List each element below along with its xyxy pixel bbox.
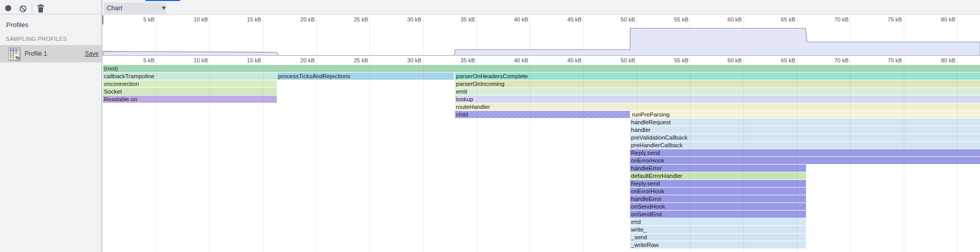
svg-text:%: % (15, 55, 19, 60)
